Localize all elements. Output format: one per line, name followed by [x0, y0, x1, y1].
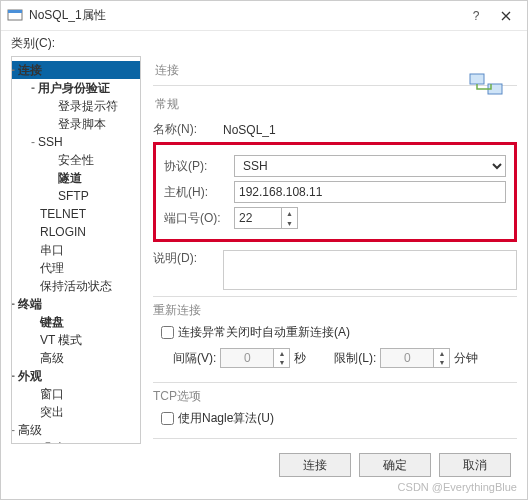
connection-icon [469, 71, 503, 101]
tree-item-label: 登录提示符 [58, 99, 118, 113]
tree-item[interactable]: VT 模式 [12, 331, 140, 349]
settings-panel: 连接 常规 名称(N): NoSQL_1 协议(P): SSH 主机(H): 端… [145, 54, 527, 444]
tree-item[interactable]: 窗口 [12, 385, 140, 403]
tree-item[interactable]: 键盘 [12, 313, 140, 331]
panel-header: 连接 [153, 58, 517, 83]
tcp-title: TCP选项 [153, 388, 207, 405]
tree-item-label: TELNET [40, 207, 86, 221]
cancel-button[interactable]: 取消 [439, 453, 511, 477]
tree-item[interactable]: -连接 [12, 61, 140, 79]
tree-twisty-icon[interactable]: - [11, 368, 18, 384]
tree-item[interactable]: 代理 [12, 259, 140, 277]
titlebar: NoSQL_1属性 ? [1, 1, 527, 31]
tree-item-label: 串口 [40, 243, 64, 257]
tree-twisty-icon[interactable]: - [28, 80, 38, 96]
tree-item-label: 安全性 [58, 153, 94, 167]
tree-item[interactable]: 保持活动状态 [12, 277, 140, 295]
tree-item[interactable]: RLOGIN [12, 223, 140, 241]
tree-item-label: 窗口 [40, 387, 64, 401]
tree-item[interactable]: -外观 [12, 367, 140, 385]
tree-item[interactable]: TELNET [12, 205, 140, 223]
tree-item-label: 键盘 [40, 315, 64, 329]
tree-item[interactable]: 串口 [12, 241, 140, 259]
category-tree[interactable]: -连接-用户身份验证登录提示符登录脚本-SSH安全性隧道SFTPTELNETRL… [11, 56, 141, 444]
tree-item[interactable]: -终端 [12, 295, 140, 313]
tree-item-label: 高级 [18, 423, 42, 437]
tree-item[interactable]: -SSH [12, 133, 140, 151]
nagle-checkbox-label[interactable]: 使用Nagle算法(U) [157, 409, 274, 428]
dialog-buttons: 连接 确定 取消 [271, 453, 511, 477]
reconnect-checkbox[interactable] [161, 326, 174, 339]
tree-item[interactable]: -高级 [12, 421, 140, 439]
category-label: 类别(C): [1, 31, 527, 54]
tree-item-label: 代理 [40, 261, 64, 275]
tree-item[interactable]: 安全性 [12, 151, 140, 169]
svg-rect-2 [470, 74, 484, 84]
tree-item-label: 跟踪 [40, 441, 64, 444]
tree-item[interactable]: -用户身份验证 [12, 79, 140, 97]
tree-item-label: 高级 [40, 351, 64, 365]
tree-twisty-icon[interactable]: - [11, 296, 18, 312]
host-input[interactable] [234, 181, 506, 203]
chevron-down-icon: ▼ [282, 218, 297, 228]
ipver-group: 互联网协议版本 自动 IPv4 IPv6 [153, 438, 517, 444]
protocol-select[interactable]: SSH [234, 155, 506, 177]
tree-twisty-icon[interactable]: - [11, 422, 18, 438]
highlighted-region: 协议(P): SSH 主机(H): 端口号(O): ▲▼ [153, 142, 517, 242]
help-button[interactable]: ? [461, 1, 491, 31]
close-button[interactable] [491, 1, 521, 31]
tree-item[interactable]: 登录脚本 [12, 115, 140, 133]
port-input[interactable] [234, 207, 282, 229]
interval-spinner[interactable]: ▲▼ [274, 348, 290, 368]
tree-item-label: 外观 [18, 369, 42, 383]
close-icon [501, 11, 511, 21]
port-label: 端口号(O): [164, 210, 234, 227]
protocol-label: 协议(P): [164, 158, 234, 175]
tree-item[interactable]: SFTP [12, 187, 140, 205]
limit-label: 限制(L): [334, 350, 376, 367]
tree-item-label: 终端 [18, 297, 42, 311]
interval-input[interactable] [220, 348, 274, 368]
description-label: 说明(D): [153, 250, 223, 290]
tree-item-label: VT 模式 [40, 333, 82, 347]
name-label: 名称(N): [153, 121, 223, 138]
ok-button[interactable]: 确定 [359, 453, 431, 477]
tree-item[interactable]: 突出 [12, 403, 140, 421]
divider [153, 85, 517, 86]
tree-item-label: 用户身份验证 [38, 81, 110, 95]
tree-item-label: 突出 [40, 405, 64, 419]
svg-rect-1 [8, 10, 22, 13]
watermark: CSDN @EverythingBlue [398, 481, 517, 493]
reconnect-group: 重新连接 连接异常关闭时自动重新连接(A) 间隔(V): ▲▼ 秒 限制(L):… [153, 296, 517, 376]
nagle-checkbox[interactable] [161, 412, 174, 425]
interval-label: 间隔(V): [173, 350, 216, 367]
connect-button[interactable]: 连接 [279, 453, 351, 477]
tree-item-label: 连接 [18, 63, 42, 77]
interval-unit: 秒 [294, 350, 306, 367]
tree-item-label: 保持活动状态 [40, 279, 112, 293]
tree-item-label: SSH [38, 135, 63, 149]
description-textarea[interactable] [223, 250, 517, 290]
tree-item-label: RLOGIN [40, 225, 86, 239]
reconnect-title: 重新连接 [153, 302, 207, 319]
name-value: NoSQL_1 [223, 123, 373, 137]
tree-item-label: 登录脚本 [58, 117, 106, 131]
app-icon [7, 8, 23, 24]
limit-spinner[interactable]: ▲▼ [434, 348, 450, 368]
port-spinner[interactable]: ▲▼ [282, 207, 298, 229]
reconnect-checkbox-label[interactable]: 连接异常关闭时自动重新连接(A) [157, 323, 350, 342]
tree-item-label: 隧道 [58, 171, 82, 185]
tree-item[interactable]: 登录提示符 [12, 97, 140, 115]
tree-twisty-icon[interactable]: - [11, 62, 18, 78]
tree-twisty-icon[interactable]: - [28, 134, 38, 150]
tree-item[interactable]: 隧道 [12, 169, 140, 187]
tree-item-label: SFTP [58, 189, 89, 203]
window-title: NoSQL_1属性 [29, 7, 461, 24]
tree-item[interactable]: 高级 [12, 349, 140, 367]
general-title: 常规 [153, 92, 517, 117]
tree-item[interactable]: 跟踪 [12, 439, 140, 444]
host-label: 主机(H): [164, 184, 234, 201]
limit-unit: 分钟 [454, 350, 478, 367]
limit-input[interactable] [380, 348, 434, 368]
tcp-group: TCP选项 使用Nagle算法(U) [153, 382, 517, 432]
